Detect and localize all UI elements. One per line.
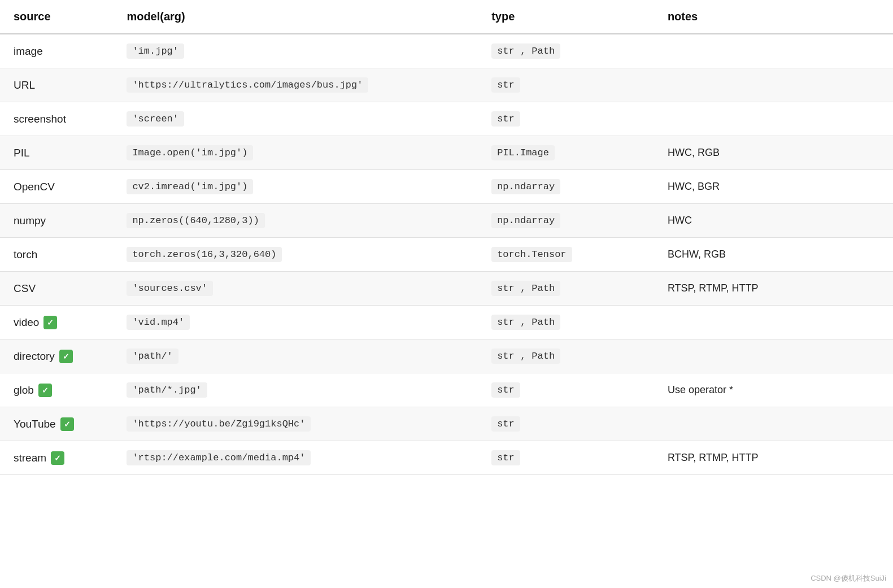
cell-type: str , Path: [478, 339, 654, 373]
cell-type: torch.Tensor: [478, 238, 654, 272]
cell-notes: [654, 34, 893, 68]
cell-notes: RTSP, RTMP, HTTP: [654, 272, 893, 306]
check-icon: ✓: [51, 451, 64, 465]
cell-source: torch: [0, 238, 113, 272]
model-code: 'https://ultralytics.com/images/bus.jpg': [127, 77, 368, 93]
cell-source: image: [0, 34, 113, 68]
cell-notes: HWC, RGB: [654, 136, 893, 170]
notes-value: RTSP, RTMP, HTTP: [668, 282, 759, 294]
type-value: str , Path: [491, 281, 560, 296]
table-wrapper: source model(arg) type notes image'im.jp…: [0, 0, 893, 588]
cell-model: 'https://ultralytics.com/images/bus.jpg': [113, 68, 478, 102]
model-code: 'path/': [127, 349, 178, 364]
source-text: numpy: [14, 215, 46, 227]
table-row: URL'https://ultralytics.com/images/bus.j…: [0, 68, 893, 102]
cell-type: str , Path: [478, 34, 654, 68]
model-code: 'vid.mp4': [127, 315, 190, 330]
cell-source: directory✓: [0, 339, 113, 373]
model-code: 'screen': [127, 111, 184, 127]
model-code: 'https://youtu.be/Zgi9g1ksQHc': [127, 416, 311, 432]
type-value: np.ndarray: [491, 179, 560, 194]
table-row: torchtorch.zeros(16,3,320,640)torch.Tens…: [0, 238, 893, 272]
cell-type: str: [478, 68, 654, 102]
data-table: source model(arg) type notes image'im.jp…: [0, 0, 893, 475]
col-header-notes: notes: [654, 0, 893, 34]
notes-value: Use operator *: [668, 384, 733, 395]
source-text: stream: [14, 452, 46, 464]
table-row: PILImage.open('im.jpg')PIL.ImageHWC, RGB: [0, 136, 893, 170]
cell-type: str , Path: [478, 272, 654, 306]
cell-model: 'im.jpg': [113, 34, 478, 68]
table-row: stream✓'rtsp://example.com/media.mp4'str…: [0, 441, 893, 475]
notes-value: HWC: [668, 215, 692, 226]
model-code: 'im.jpg': [127, 43, 184, 59]
cell-notes: HWC: [654, 204, 893, 238]
type-value: str: [491, 450, 520, 465]
table-row: OpenCVcv2.imread('im.jpg')np.ndarrayHWC,…: [0, 170, 893, 204]
notes-value: RTSP, RTMP, HTTP: [668, 452, 759, 463]
cell-notes: HWC, BGR: [654, 170, 893, 204]
model-code: Image.open('im.jpg'): [127, 145, 253, 160]
col-header-type: type: [478, 0, 654, 34]
cell-model: cv2.imread('im.jpg'): [113, 170, 478, 204]
source-text: directory: [14, 350, 55, 363]
cell-source: numpy: [0, 204, 113, 238]
model-code: torch.zeros(16,3,320,640): [127, 247, 282, 262]
model-code: np.zeros((640,1280,3)): [127, 213, 264, 228]
table-row: CSV'sources.csv'str , PathRTSP, RTMP, HT…: [0, 272, 893, 306]
cell-source: YouTube✓: [0, 407, 113, 441]
table-row: directory✓'path/'str , Path: [0, 339, 893, 373]
cell-type: str , Path: [478, 306, 654, 339]
cell-type: str: [478, 407, 654, 441]
notes-value: HWC, BGR: [668, 181, 720, 192]
cell-source: stream✓: [0, 441, 113, 475]
type-value: str , Path: [491, 349, 560, 364]
type-value: str: [491, 77, 520, 93]
cell-source: screenshot: [0, 102, 113, 136]
type-value: np.ndarray: [491, 213, 560, 228]
cell-model: 'screen': [113, 102, 478, 136]
cell-source: glob✓: [0, 373, 113, 407]
model-code: 'sources.csv': [127, 281, 213, 296]
source-text: image: [14, 45, 43, 58]
type-value: str , Path: [491, 315, 560, 330]
table-row: video✓'vid.mp4'str , Path: [0, 306, 893, 339]
cell-model: 'rtsp://example.com/media.mp4': [113, 441, 478, 475]
col-header-model: model(arg): [113, 0, 478, 34]
table-row: glob✓'path/*.jpg'strUse operator *: [0, 373, 893, 407]
source-text: PIL: [14, 147, 30, 159]
source-text: screenshot: [14, 113, 66, 125]
cell-notes: [654, 306, 893, 339]
cell-model: Image.open('im.jpg'): [113, 136, 478, 170]
cell-source: CSV: [0, 272, 113, 306]
check-icon: ✓: [43, 316, 57, 329]
type-value: torch.Tensor: [491, 247, 572, 262]
source-text: OpenCV: [14, 181, 55, 193]
cell-model: 'vid.mp4': [113, 306, 478, 339]
cell-model: 'https://youtu.be/Zgi9g1ksQHc': [113, 407, 478, 441]
type-value: str , Path: [491, 43, 560, 59]
type-value: str: [491, 382, 520, 398]
header-row: source model(arg) type notes: [0, 0, 893, 34]
cell-notes: BCHW, RGB: [654, 238, 893, 272]
check-icon: ✓: [59, 350, 73, 363]
cell-model: 'sources.csv': [113, 272, 478, 306]
cell-type: str: [478, 373, 654, 407]
cell-model: 'path/': [113, 339, 478, 373]
cell-source: OpenCV: [0, 170, 113, 204]
cell-notes: [654, 407, 893, 441]
col-header-source: source: [0, 0, 113, 34]
cell-notes: Use operator *: [654, 373, 893, 407]
type-value: str: [491, 111, 520, 127]
cell-model: 'path/*.jpg': [113, 373, 478, 407]
cell-notes: RTSP, RTMP, HTTP: [654, 441, 893, 475]
cell-notes: [654, 102, 893, 136]
cell-type: PIL.Image: [478, 136, 654, 170]
table-row: screenshot'screen'str: [0, 102, 893, 136]
cell-source: URL: [0, 68, 113, 102]
model-code: cv2.imread('im.jpg'): [127, 179, 253, 194]
source-text: torch: [14, 249, 37, 261]
cell-source: video✓: [0, 306, 113, 339]
notes-value: HWC, RGB: [668, 147, 720, 158]
table-row: YouTube✓'https://youtu.be/Zgi9g1ksQHc'st…: [0, 407, 893, 441]
